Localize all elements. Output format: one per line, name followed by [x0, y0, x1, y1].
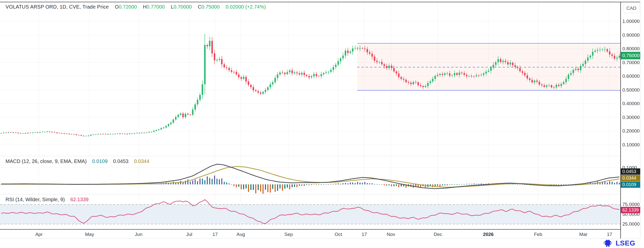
close-value-pair: C0.75000: [198, 4, 220, 10]
candle: [3, 132, 4, 134]
candle: [131, 133, 133, 134]
candle: [204, 34, 206, 94]
candle: [335, 63, 337, 69]
candle: [107, 134, 109, 135]
low-value: 0.70000: [174, 4, 192, 10]
candle: [10, 132, 12, 133]
candle: [342, 52, 344, 60]
candle: [15, 132, 17, 133]
candle: [122, 133, 123, 134]
candle: [83, 135, 84, 137]
candle: [32, 132, 33, 134]
candle: [333, 65, 334, 72]
candle: [129, 133, 131, 135]
candle: [109, 133, 111, 135]
candle: [301, 71, 303, 77]
price-axis-tick: 0.80000: [622, 46, 640, 52]
candle: [180, 112, 181, 116]
candle: [88, 135, 89, 137]
candle: [277, 72, 278, 81]
candle: [100, 134, 101, 135]
price-axis-tick: 0.50000: [622, 87, 640, 93]
candle: [202, 81, 203, 99]
candle: [199, 93, 201, 102]
candle: [136, 132, 138, 134]
candle: [153, 130, 155, 133]
currency-selector[interactable]: CAD: [623, 4, 640, 13]
candle: [175, 115, 177, 121]
candle: [39, 132, 41, 133]
candle: [13, 132, 14, 133]
candle: [187, 112, 189, 115]
x-axis-label: 17: [212, 232, 218, 237]
candle: [165, 125, 167, 129]
candle: [85, 136, 87, 136]
candle: [228, 67, 230, 72]
rsi-label[interactable]: RSI (14, Wilder, Simple, 9): [6, 197, 65, 202]
candle: [279, 71, 281, 76]
candle: [209, 37, 211, 50]
candle: [299, 71, 300, 76]
rsi-axis-tick: 75.0000: [622, 202, 640, 207]
candle: [8, 132, 9, 134]
candle: [59, 132, 60, 133]
lseg-wordmark: LSEG: [616, 239, 635, 247]
open-value: 0.72000: [119, 4, 137, 10]
candle: [248, 79, 249, 87]
candle: [257, 90, 259, 94]
candle: [173, 118, 174, 124]
candle: [262, 91, 264, 95]
x-axis-label: Dec: [434, 232, 442, 237]
candle: [265, 88, 266, 94]
macd-legend: MACD (12, 26, close, 9, EMA, EMA) 0.0109…: [6, 158, 149, 164]
x-axis-label: Oct: [335, 232, 342, 237]
candle: [245, 75, 247, 84]
candle: [134, 133, 135, 134]
macd-label[interactable]: MACD (12, 26, close, 9, EMA, EMA): [6, 158, 87, 164]
candle: [56, 132, 58, 134]
candle: [320, 72, 322, 78]
low-label: L: [171, 4, 174, 10]
price-axis-tick: 0.20000: [622, 128, 640, 134]
price-axis-tick: 0.60000: [622, 73, 640, 79]
lseg-crest-icon: [603, 239, 613, 247]
rsi-value-badge: 62.1339: [621, 207, 640, 213]
gridlines-layer: [0, 2, 621, 229]
macd-value-badge: 0.0453: [621, 169, 640, 175]
price-chart-canvas[interactable]: [0, 0, 644, 248]
candle: [289, 69, 291, 74]
instrument-title[interactable]: VOLATUS ARSP ORD, 1D, CVE, Trade Price: [6, 4, 109, 10]
last-price-badge: 0.75000: [621, 52, 640, 59]
price-axis-tick: 1.00000: [622, 19, 640, 24]
candle: [182, 112, 184, 119]
candle: [71, 134, 72, 135]
candle: [151, 132, 152, 133]
candle: [34, 132, 36, 133]
candle: [282, 70, 283, 74]
candle: [337, 58, 339, 67]
price-axis-tick: 0.40000: [622, 101, 640, 106]
candle: [185, 112, 186, 119]
candle: [90, 134, 92, 136]
high-label: H: [143, 4, 146, 10]
candle: [93, 134, 94, 135]
macd-value-badge: 0.0109: [621, 182, 640, 188]
candle: [189, 114, 191, 116]
candle: [284, 72, 286, 76]
x-axis-label: Feb: [534, 232, 542, 237]
candle: [250, 84, 252, 89]
lseg-logo: LSEG: [603, 239, 635, 247]
candle: [168, 123, 169, 127]
candle: [272, 81, 273, 87]
candle: [296, 71, 298, 75]
candle: [95, 134, 97, 135]
candle: [253, 85, 254, 93]
price-axis-tick: 0.90000: [622, 32, 640, 38]
x-axis-label: May: [85, 232, 94, 237]
close-label: C: [198, 4, 201, 10]
x-axis-label: Aug: [236, 232, 245, 237]
candle: [44, 132, 46, 133]
candle: [223, 63, 225, 69]
rsi-value: 62.1339: [70, 197, 89, 202]
candle: [63, 133, 65, 134]
